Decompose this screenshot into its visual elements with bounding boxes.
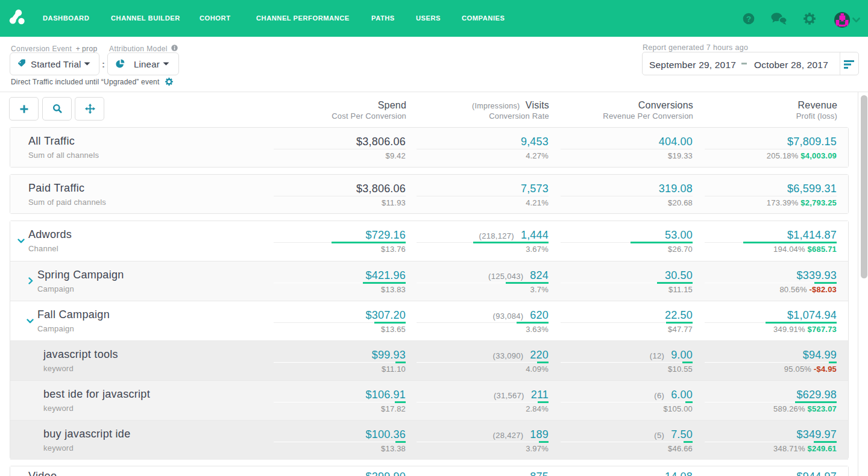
svg-text:?: ? [746, 14, 751, 23]
